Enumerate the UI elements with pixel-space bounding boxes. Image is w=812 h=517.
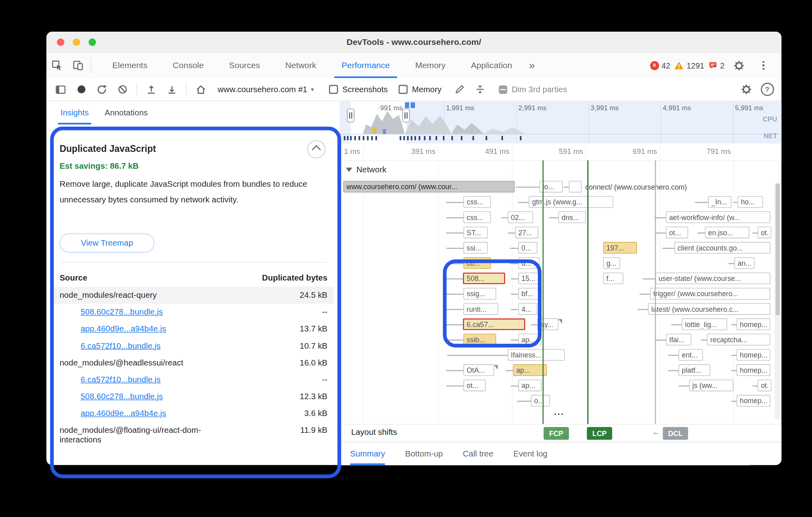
network-request-bar[interactable]: recaptcha...	[707, 334, 770, 345]
source-file-link[interactable]: app.460d9e...a94b4e.js	[81, 324, 166, 334]
network-request-bar[interactable]: Ifainess...	[508, 349, 565, 361]
network-request-bar[interactable]: 6.ca57...	[463, 319, 525, 330]
network-request-bar[interactable]: Ifai...	[666, 334, 691, 345]
home-button[interactable]	[193, 81, 209, 97]
network-request-bar[interactable]: platf...	[679, 364, 710, 376]
clear-styles-button[interactable]	[452, 81, 467, 97]
record-and-reload-button[interactable]	[94, 81, 109, 97]
network-request-bar[interactable]: css...	[463, 196, 491, 208]
screenshots-checkbox[interactable]: Screenshots	[329, 85, 388, 94]
network-request-bar[interactable]: css...	[463, 212, 491, 223]
marker-badge-fcp[interactable]: FCP	[543, 427, 569, 440]
network-request-bar[interactable]: www.coursehero.com/ (www.cour...	[343, 181, 515, 192]
network-request-bar[interactable]: homep...	[737, 395, 770, 406]
help-button[interactable]: ?	[759, 81, 775, 97]
network-request-bar[interactable]: g...	[603, 257, 620, 269]
menu-button[interactable]	[753, 61, 774, 70]
network-request-bar[interactable]: aet-workflow-info/ (w...	[666, 212, 770, 223]
network-request-bar[interactable]: OtA...	[463, 364, 494, 376]
toggle-sidebar-button[interactable]	[53, 81, 69, 97]
tab-console[interactable]: Console	[160, 53, 216, 78]
network-request-bar[interactable]: f...	[603, 273, 623, 284]
memory-checkbox[interactable]: Memory	[399, 85, 442, 94]
network-request-bar[interactable]: homep...	[737, 364, 770, 376]
collect-garbage-button[interactable]	[472, 81, 488, 97]
save-profile-button[interactable]	[164, 81, 180, 97]
network-request-bar[interactable]: ap...	[518, 334, 541, 345]
network-request-bar[interactable]: ssib...	[463, 334, 496, 345]
network-request-bar[interactable]: ap...	[513, 364, 547, 376]
dim-3rd-parties-toggle[interactable]: Dim 3rd parties	[499, 85, 567, 94]
vertical-scrollbar[interactable]	[775, 182, 780, 420]
overview-handle-left[interactable]	[347, 109, 354, 122]
network-request-bar[interactable]: 197...	[603, 242, 637, 254]
warning-badge[interactable]: 1291	[674, 61, 704, 71]
network-request-bar[interactable]: ot...	[666, 227, 688, 238]
network-request-bar[interactable]: 0...	[518, 242, 537, 254]
source-file-link[interactable]: 6.ca572f10...bundle.js	[81, 375, 161, 384]
network-request-bar[interactable]: lo...	[539, 181, 563, 192]
tab-performance[interactable]: Performance	[329, 53, 403, 78]
network-request-bar[interactable]: homep...	[737, 319, 770, 330]
settings-button[interactable]	[728, 60, 749, 71]
network-request-bar[interactable]: client (accounts.go...	[675, 242, 770, 254]
network-request-bar[interactable]: 4...	[518, 303, 537, 315]
marker-badge-dcl[interactable]: DCL	[663, 427, 688, 440]
network-request-bar[interactable]	[569, 181, 582, 192]
network-request-bar[interactable]: ot...	[757, 227, 771, 238]
tab-elements[interactable]: Elements	[100, 53, 160, 78]
network-request-bar[interactable]: ay...	[537, 319, 559, 330]
tab-memory[interactable]: Memory	[402, 53, 458, 78]
bottom-tab-call-tree[interactable]: Call tree	[463, 442, 493, 465]
network-request-bar[interactable]: ent...	[679, 349, 703, 361]
timeline-overview[interactable]: 991 ms1,991 ms2,991 ms3,991 ms4,991 ms5,…	[341, 101, 782, 144]
network-request-bar[interactable]: ssig...	[463, 288, 496, 299]
network-request-bar[interactable]: dns...	[558, 212, 586, 223]
network-request-bar[interactable]: ho...	[737, 196, 763, 208]
issues-badge[interactable]: 2	[708, 61, 724, 70]
more-tabs-button[interactable]: »	[525, 53, 539, 78]
scrollbar-thumb[interactable]	[776, 184, 780, 315]
network-request-bar[interactable]: ap...	[518, 380, 541, 391]
network-request-bar[interactable]: en.jso...	[705, 227, 749, 238]
capture-settings-button[interactable]	[738, 81, 754, 97]
clear-button[interactable]	[114, 81, 130, 97]
network-request-bar[interactable]: 02...	[508, 212, 533, 223]
sidebar-tab-insights[interactable]: Insights	[53, 101, 97, 125]
view-treemap-button[interactable]: View Treemap	[60, 234, 155, 252]
network-request-bar[interactable]: ST...	[463, 227, 488, 238]
device-toolbar-button[interactable]	[67, 53, 89, 78]
network-request-bar[interactable]: d...	[518, 257, 539, 269]
show-more-requests[interactable]: ...	[554, 408, 564, 417]
source-file-link[interactable]: 6.ca572f10...bundle.js	[81, 341, 161, 351]
network-request-bar[interactable]: an...	[735, 257, 755, 269]
network-request-bar[interactable]: trigger/ (www.coursehero...	[650, 288, 770, 299]
marker-badge-lcp[interactable]: LCP	[587, 427, 612, 440]
overview-handle-right[interactable]	[402, 109, 410, 122]
network-request-bar[interactable]: 15...	[518, 273, 541, 284]
network-request-bar[interactable]: co...	[463, 257, 491, 269]
load-profile-button[interactable]	[143, 81, 159, 97]
source-file-link[interactable]: app.460d9e...a94b4e.js	[81, 409, 166, 418]
error-badge[interactable]: × 42	[650, 61, 671, 70]
sidebar-tab-annotations[interactable]: Annotations	[97, 101, 156, 125]
network-request-bar[interactable]: latest/ (www.coursehero.c...	[648, 303, 770, 315]
tab-application[interactable]: Application	[458, 53, 525, 78]
network-request-bar[interactable]: js (ww...	[689, 380, 733, 391]
tab-sources[interactable]: Sources	[216, 53, 273, 78]
network-request-bar[interactable]: 27...	[515, 227, 538, 238]
network-request-bar[interactable]: ot...	[463, 380, 485, 391]
source-file-link[interactable]: 508.60c278...bundle.js	[81, 392, 163, 401]
profile-select[interactable]: www.coursehero.com #1 ▾	[218, 85, 314, 94]
network-request-bar[interactable]: runti...	[463, 303, 498, 315]
network-request-bar[interactable]: bf...	[518, 288, 541, 299]
network-request-bar[interactable]: _In...	[708, 196, 731, 208]
network-request-bar[interactable]: user-state/ (www.course...	[655, 273, 770, 284]
bottom-tab-bottom-up[interactable]: Bottom-up	[405, 442, 443, 465]
tab-network[interactable]: Network	[273, 53, 329, 78]
network-request-bar[interactable]: ssi...	[463, 242, 488, 254]
inspect-element-button[interactable]	[46, 53, 68, 78]
network-request-bar[interactable]: 508...	[463, 273, 505, 284]
network-request-bar[interactable]: homep...	[737, 349, 770, 361]
bottom-tab-summary[interactable]: Summary	[350, 442, 385, 465]
